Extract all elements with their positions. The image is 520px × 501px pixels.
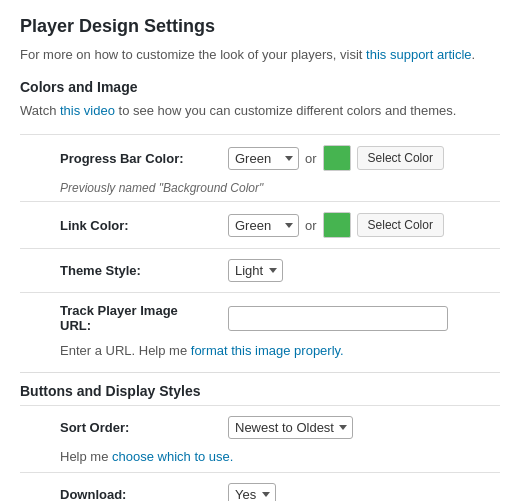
support-article-link[interactable]: this support article bbox=[366, 47, 472, 62]
settings-table: Progress Bar Color: Green Blue Red Custo… bbox=[20, 134, 500, 366]
this-video-link[interactable]: this video bbox=[60, 103, 115, 118]
image-help-prefix: Enter a URL. Help me bbox=[60, 343, 191, 358]
sort-order-help: Help me choose which to use. bbox=[20, 449, 500, 473]
intro-prefix: For more on how to customize the look of… bbox=[20, 47, 366, 62]
buttons-section: Buttons and Display Styles Sort Order: N… bbox=[20, 379, 500, 501]
intro-suffix: . bbox=[472, 47, 476, 62]
theme-style-label: Theme Style: bbox=[20, 249, 220, 293]
track-player-image-url-input[interactable] bbox=[228, 306, 448, 331]
link-color-select[interactable]: Green Blue Red Custom bbox=[228, 214, 299, 237]
progress-or-text: or bbox=[305, 151, 317, 166]
watch-text: Watch this video to see how you can cust… bbox=[20, 101, 500, 121]
progress-bar-note-row: Previously named "Background Color" bbox=[20, 181, 500, 202]
page-title: Player Design Settings bbox=[20, 16, 500, 37]
theme-style-select[interactable]: Light Dark bbox=[228, 259, 283, 282]
theme-style-row: Theme Style: Light Dark bbox=[20, 249, 500, 293]
section-divider bbox=[20, 372, 500, 373]
link-color-control: Green Blue Red Custom or Select Color bbox=[220, 202, 500, 249]
track-player-image-help-row: Enter a URL. Help me format this image p… bbox=[20, 343, 500, 366]
colors-section-heading: Colors and Image bbox=[20, 79, 500, 95]
link-or-text: or bbox=[305, 218, 317, 233]
download-control: Yes No bbox=[220, 473, 500, 502]
sort-order-help-row: Help me choose which to use. bbox=[20, 449, 500, 473]
track-player-image-url-control bbox=[220, 293, 500, 344]
sort-order-control: Newest to Oldest Oldest to Newest bbox=[220, 406, 500, 450]
intro-text: For more on how to customize the look of… bbox=[20, 45, 500, 65]
theme-style-control: Light Dark bbox=[220, 249, 500, 293]
sort-help-prefix: Help me bbox=[60, 449, 112, 464]
progress-bar-select-color-button[interactable]: Select Color bbox=[357, 146, 444, 170]
link-color-label: Link Color: bbox=[20, 202, 220, 249]
progress-bar-color-control: Green Blue Red Custom or Select Color bbox=[220, 135, 500, 182]
watch-suffix: to see how you can customize different c… bbox=[115, 103, 457, 118]
track-player-image-url-row: Track Player Image URL: bbox=[20, 293, 500, 344]
track-player-image-url-label: Track Player Image URL: bbox=[20, 293, 220, 344]
link-color-row: Link Color: Green Blue Red Custom or Sel… bbox=[20, 202, 500, 249]
sort-order-label: Sort Order: bbox=[20, 406, 220, 450]
watch-prefix: Watch bbox=[20, 103, 60, 118]
page-container: Player Design Settings For more on how t… bbox=[0, 0, 520, 501]
sort-order-row: Sort Order: Newest to Oldest Oldest to N… bbox=[20, 406, 500, 450]
track-player-image-help: Enter a URL. Help me format this image p… bbox=[20, 343, 500, 366]
progress-bar-color-row: Progress Bar Color: Green Blue Red Custo… bbox=[20, 135, 500, 182]
link-color-swatch bbox=[323, 212, 351, 238]
download-label: Download: bbox=[20, 473, 220, 502]
progress-bar-color-swatch bbox=[323, 145, 351, 171]
link-color-select-color-button[interactable]: Select Color bbox=[357, 213, 444, 237]
progress-bar-color-select[interactable]: Green Blue Red Custom bbox=[228, 147, 299, 170]
download-row: Download: Yes No bbox=[20, 473, 500, 502]
progress-bar-note: Previously named "Background Color" bbox=[20, 181, 500, 202]
buttons-section-heading: Buttons and Display Styles bbox=[20, 383, 500, 399]
buttons-settings-table: Sort Order: Newest to Oldest Oldest to N… bbox=[20, 405, 500, 501]
choose-sort-link[interactable]: choose which to use. bbox=[112, 449, 233, 464]
format-image-link[interactable]: format this image properly. bbox=[191, 343, 344, 358]
download-select[interactable]: Yes No bbox=[228, 483, 276, 501]
sort-order-select[interactable]: Newest to Oldest Oldest to Newest bbox=[228, 416, 353, 439]
progress-bar-color-label: Progress Bar Color: bbox=[20, 135, 220, 182]
